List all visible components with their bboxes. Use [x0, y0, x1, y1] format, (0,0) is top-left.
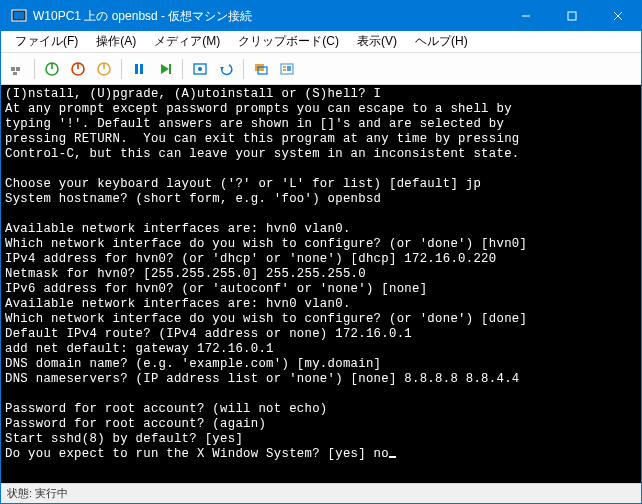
svg-rect-25	[283, 66, 286, 68]
status-label: 状態:	[7, 486, 32, 501]
menu-view[interactable]: 表示(V)	[349, 31, 405, 52]
separator	[243, 59, 244, 79]
svg-rect-18	[169, 64, 171, 74]
svg-rect-16	[140, 64, 143, 74]
svg-marker-21	[220, 67, 224, 70]
title-bar: W10PC1 上の openbsd - 仮想マシン接続	[1, 1, 641, 31]
svg-rect-8	[13, 72, 17, 75]
menu-clipboard[interactable]: クリップボード(C)	[230, 31, 347, 52]
reset-button[interactable]	[153, 57, 177, 81]
ctrl-alt-del-button[interactable]	[5, 57, 29, 81]
svg-rect-1	[14, 12, 24, 19]
shutdown-button[interactable]	[92, 57, 116, 81]
toolbar	[1, 53, 641, 85]
svg-rect-15	[135, 64, 138, 74]
menu-bar: ファイル(F) 操作(A) メディア(M) クリップボード(C) 表示(V) ヘ…	[1, 31, 641, 53]
revert-button[interactable]	[214, 57, 238, 81]
window-title: W10PC1 上の openbsd - 仮想マシン接続	[33, 8, 252, 25]
svg-point-20	[198, 67, 202, 71]
status-bar: 状態: 実行中	[1, 483, 641, 503]
turnoff-button[interactable]	[66, 57, 90, 81]
share-button[interactable]	[275, 57, 299, 81]
checkpoint-button[interactable]	[188, 57, 212, 81]
svg-rect-3	[568, 12, 576, 20]
status-value: 実行中	[35, 486, 68, 501]
start-button[interactable]	[40, 57, 64, 81]
svg-rect-6	[11, 67, 15, 71]
separator	[121, 59, 122, 79]
vm-window: W10PC1 上の openbsd - 仮想マシン接続 ファイル(F) 操作(A…	[0, 0, 642, 504]
svg-marker-17	[161, 64, 169, 74]
svg-rect-26	[283, 69, 286, 71]
enhanced-session-button[interactable]	[249, 57, 273, 81]
app-icon	[11, 8, 27, 24]
separator	[182, 59, 183, 79]
menu-action[interactable]: 操作(A)	[88, 31, 144, 52]
close-button[interactable]	[595, 1, 641, 31]
menu-media[interactable]: メディア(M)	[146, 31, 228, 52]
minimize-button[interactable]	[503, 1, 549, 31]
svg-rect-27	[287, 66, 291, 71]
menu-file[interactable]: ファイル(F)	[7, 31, 86, 52]
terminal-output[interactable]: (I)nstall, (U)pgrade, (A)utoinstall or (…	[1, 85, 641, 483]
maximize-button[interactable]	[549, 1, 595, 31]
svg-rect-7	[16, 67, 20, 71]
menu-help[interactable]: ヘルプ(H)	[407, 31, 476, 52]
separator	[34, 59, 35, 79]
pause-button[interactable]	[127, 57, 151, 81]
